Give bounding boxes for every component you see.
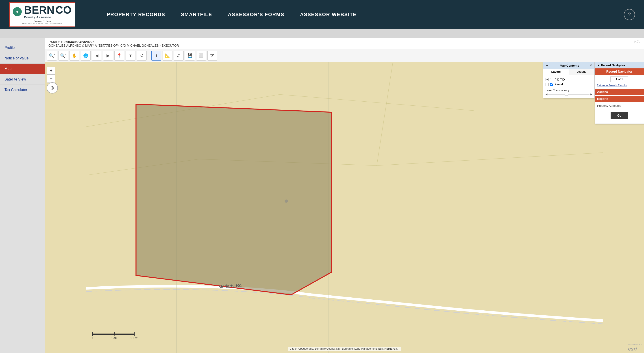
map-contents-body: + PID TID + Parcel Layer Transparency: bbox=[543, 75, 594, 98]
layers-icon: 🗺 bbox=[210, 54, 214, 58]
record-navigator-header-title: Record Navigator bbox=[601, 64, 625, 67]
pan-button[interactable]: ✋ bbox=[70, 51, 80, 60]
sub-header bbox=[0, 29, 644, 38]
pan-icon: ✋ bbox=[72, 53, 77, 58]
record-navigator-input[interactable] bbox=[610, 76, 628, 82]
tab-layers[interactable]: Layers bbox=[543, 69, 569, 75]
globe-icon: 🌐 bbox=[83, 53, 88, 58]
select-button[interactable]: ↺ bbox=[137, 51, 147, 60]
slider-right-arrow[interactable]: ▶ bbox=[590, 93, 592, 96]
logo-bern: BERN bbox=[24, 5, 54, 16]
bookmark-button[interactable]: 📍 bbox=[114, 51, 124, 60]
zoom-in-button[interactable]: 🔍+ bbox=[47, 51, 57, 60]
map-viewport[interactable]: Moriarty Rd 0 130 300ft + − ⊕ bbox=[45, 62, 644, 353]
return-to-search-results-link[interactable]: Return to Search Results bbox=[595, 84, 644, 89]
layer-pid-tid-checkbox[interactable] bbox=[550, 78, 553, 81]
logo-person: Damian R. Lara bbox=[34, 20, 51, 22]
svg-rect-13 bbox=[92, 332, 93, 336]
help-button[interactable]: ? bbox=[624, 9, 635, 20]
svg-rect-12 bbox=[92, 334, 134, 335]
zoom-out-button[interactable]: 🔍− bbox=[58, 51, 68, 60]
svg-line-1 bbox=[280, 94, 474, 110]
sidebar-item-notice-of-value[interactable]: Notice of Value bbox=[0, 53, 45, 64]
record-navigator-expand-icon: ▼ bbox=[597, 64, 600, 67]
zoom-out-map-button[interactable]: − bbox=[47, 75, 55, 83]
sidebar-item-map[interactable]: Map bbox=[0, 64, 45, 74]
measure-button[interactable]: 📐 bbox=[162, 51, 172, 60]
property-attributes-link[interactable]: Property Attributes bbox=[595, 102, 644, 110]
print-button[interactable]: 🖨 bbox=[174, 51, 184, 60]
parcel-border bbox=[136, 104, 332, 295]
actions-section: Actions bbox=[595, 89, 644, 95]
main-content: Profile Notice of Value Map Satellite Vi… bbox=[0, 38, 644, 353]
map-info-bar: PARID: 103904405842320225 GONZALES ALFON… bbox=[45, 38, 644, 49]
zoom-in-icon: 🔍 bbox=[49, 53, 54, 58]
svg-line-0 bbox=[86, 94, 280, 127]
nav-assessors-forms[interactable]: ASSESSOR'S FORMS bbox=[228, 12, 284, 18]
main-nav: PROPERTY RECORDS SMARTFILE ASSESSOR'S FO… bbox=[107, 12, 356, 18]
globe-button[interactable]: 🌐 bbox=[81, 51, 90, 60]
info-icon: ℹ bbox=[156, 53, 157, 58]
export-button[interactable]: 💾 bbox=[185, 51, 195, 60]
map-background: Moriarty Rd 0 130 300ft + − ⊕ bbox=[45, 62, 644, 353]
nav-smartfile[interactable]: SMARTFILE bbox=[181, 12, 212, 18]
svg-rect-15 bbox=[134, 332, 135, 336]
dropdown-icon: ▼ bbox=[128, 54, 132, 58]
bookmark-icon: 📍 bbox=[117, 53, 122, 58]
logo: ● BERN CO County Assessor Damian R. Lara… bbox=[9, 2, 75, 27]
compass-button[interactable]: ⊕ bbox=[47, 82, 58, 94]
parcel-fill bbox=[136, 104, 332, 295]
zoom-in-map-button[interactable]: + bbox=[47, 66, 55, 75]
measure-icon: 📐 bbox=[165, 53, 170, 58]
layer-pid-tid-expand[interactable]: + bbox=[546, 78, 549, 81]
parid-label: PARID: bbox=[48, 40, 60, 44]
map-contents-tabs: Layers Legend bbox=[543, 69, 594, 75]
owner-line: GONZALES ALFONSO & MARY A (ESTATES OF), … bbox=[48, 44, 640, 47]
dropdown-button[interactable]: ▼ bbox=[126, 51, 136, 60]
logo-subtitle: County Assessor bbox=[24, 16, 72, 19]
window-button[interactable]: ⬜ bbox=[196, 51, 206, 60]
layer-pid-tid: + PID TID bbox=[546, 77, 592, 82]
layers-button[interactable]: 🗺 bbox=[208, 51, 217, 60]
layer-parcel-checkbox[interactable] bbox=[550, 83, 553, 86]
transparency-slider-thumb[interactable] bbox=[565, 92, 568, 96]
window-icon: ⬜ bbox=[199, 53, 204, 58]
next-button[interactable]: ▶ bbox=[103, 51, 113, 60]
logo-icon: ● bbox=[13, 7, 22, 16]
map-contents-panel: ▼ Map Contents ✕ Layers Legend + PID TID bbox=[543, 62, 595, 98]
logo-role: THE OFFICE OF THE COUNTY ASSESSOR bbox=[22, 22, 62, 25]
sidebar-item-satellite-view[interactable]: Satellite View bbox=[0, 74, 45, 85]
map-contents-header: ▼ Map Contents ✕ bbox=[543, 62, 594, 69]
svg-text:300ft: 300ft bbox=[130, 336, 138, 340]
record-navigator-panel: ▼ Record Navigator Record Navigator Retu… bbox=[595, 62, 644, 124]
prev-icon: ◀ bbox=[95, 53, 98, 58]
info-button[interactable]: ℹ bbox=[151, 51, 161, 60]
map-area: PARID: 103904405842320225 GONZALES ALFON… bbox=[45, 38, 644, 353]
sidebar-item-profile[interactable]: Profile bbox=[0, 42, 45, 53]
parid-line: PARID: 103904405842320225 bbox=[48, 40, 640, 44]
map-toolbar: 🔍+ 🔍− ✋ 🌐 ◀ ▶ 📍 ▼ ↺ bbox=[45, 49, 644, 62]
record-navigator-title-bar: Record Navigator bbox=[595, 68, 644, 75]
nav-property-records[interactable]: PROPERTY RECORDS bbox=[107, 12, 165, 18]
transparency-row: Layer Transparency: ◀ ▶ bbox=[546, 89, 592, 96]
svg-point-11 bbox=[284, 200, 288, 202]
map-svg: Moriarty Rd 0 130 300ft bbox=[45, 62, 644, 353]
go-button[interactable]: Go bbox=[610, 112, 628, 119]
slider-left-arrow[interactable]: ◀ bbox=[546, 93, 547, 96]
map-contents-close-button[interactable]: ✕ bbox=[590, 64, 592, 67]
svg-rect-14 bbox=[114, 332, 114, 336]
logo-co: CO bbox=[56, 5, 72, 16]
layer-pid-tid-label: PID TID bbox=[554, 78, 565, 81]
prev-button[interactable]: ◀ bbox=[92, 51, 102, 60]
export-icon: 💾 bbox=[188, 53, 192, 58]
zoom-controls: + − bbox=[47, 66, 55, 83]
transparency-slider-track[interactable] bbox=[548, 94, 590, 95]
nav-assessor-website[interactable]: ASSESSOR WEBSITE bbox=[300, 12, 357, 18]
print-icon: 🖨 bbox=[177, 54, 181, 58]
map-contents-title: Map Contents bbox=[560, 64, 579, 67]
layer-parcel: + Parcel bbox=[546, 82, 592, 86]
select-icon: ↺ bbox=[140, 53, 144, 58]
sidebar-item-tax-calculator[interactable]: Tax Calculator bbox=[0, 85, 45, 95]
tab-legend[interactable]: Legend bbox=[569, 69, 594, 75]
layer-parcel-expand[interactable]: + bbox=[546, 83, 549, 86]
